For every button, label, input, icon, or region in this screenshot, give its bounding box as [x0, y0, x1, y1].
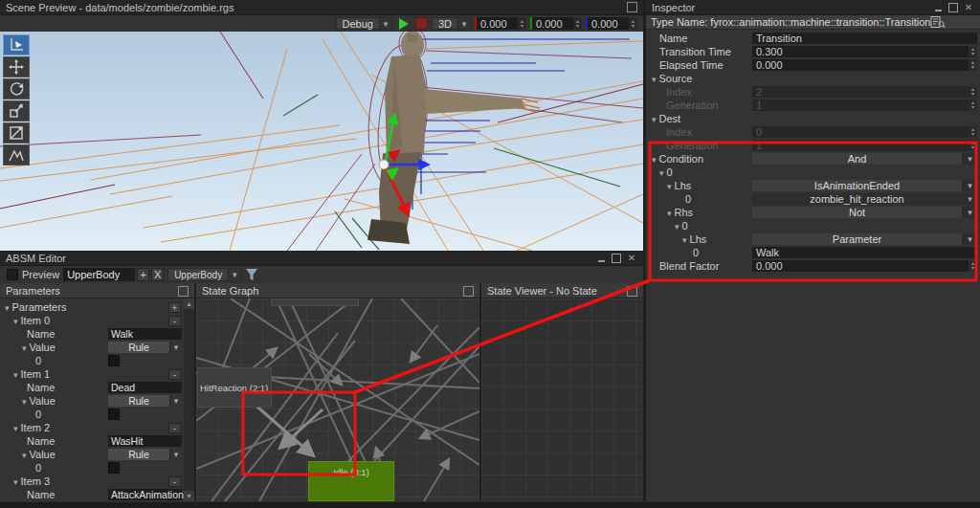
scene-preview-title: Scene Preview - data/models/zombie/zombi… — [6, 2, 234, 13]
source-expander[interactable]: Source — [652, 73, 692, 84]
chevron-down-icon[interactable] — [962, 180, 977, 191]
play-button[interactable] — [396, 17, 412, 30]
value-expander[interactable]: Value — [22, 449, 56, 460]
remove-item-button[interactable]: - — [168, 316, 181, 326]
param-name-field[interactable]: WasHit — [108, 435, 182, 447]
minimize-icon[interactable] — [932, 2, 944, 12]
param-type-dropdown[interactable]: Rule — [108, 395, 182, 407]
item-1-expander[interactable]: Item 1 — [13, 368, 50, 380]
state-graph-canvas[interactable]: HitReaction (2:1) Idle (0:1) — [196, 298, 479, 501]
minimize-icon[interactable] — [595, 253, 607, 263]
param-type-dropdown[interactable]: Rule — [108, 449, 182, 460]
close-icon[interactable] — [963, 2, 974, 12]
dock-icon[interactable] — [626, 2, 637, 12]
chevron-down-icon[interactable] — [169, 342, 182, 353]
state-node-partial[interactable] — [271, 298, 359, 306]
param-name-field[interactable]: AttackAnimation — [108, 489, 182, 500]
condition-type-dropdown[interactable]: And — [752, 153, 977, 165]
parameters-root[interactable]: Parameters — [5, 301, 66, 313]
terrain-tool-button[interactable] — [3, 144, 30, 166]
3d-viewport[interactable] — [0, 32, 643, 251]
parameters-scrollbar[interactable]: ▲ ▼ — [184, 298, 194, 501]
coordinate-y-field[interactable]: 0.000 — [530, 17, 582, 30]
blend-factor-field[interactable]: 0.000 — [752, 260, 977, 272]
item-2-expander[interactable]: Item 2 — [13, 422, 50, 433]
lhs-expander[interactable]: Lhs — [667, 180, 691, 191]
navmesh-tool-button[interactable] — [3, 122, 30, 144]
filter-icon[interactable] — [245, 268, 258, 282]
item-3-expander[interactable]: Item 3 — [13, 475, 50, 487]
spinner-icon[interactable] — [969, 260, 977, 272]
spinner-icon[interactable] — [969, 46, 977, 57]
layer-name-field[interactable]: UpperBody — [63, 268, 135, 281]
chevron-down-icon[interactable] — [962, 207, 977, 218]
value-expander[interactable]: Value — [22, 342, 56, 353]
find-object-icon[interactable] — [930, 16, 946, 28]
item-0-expander[interactable]: Item 0 — [13, 315, 50, 326]
coordinate-z-field[interactable]: 0.000 — [586, 17, 637, 30]
chevron-down-icon[interactable] — [962, 233, 977, 245]
stop-button[interactable] — [415, 17, 428, 30]
spinner-icon[interactable] — [629, 17, 637, 30]
name-field[interactable]: Transition — [752, 33, 977, 44]
debug-dropdown[interactable]: Debug — [336, 17, 392, 30]
chevron-down-icon[interactable] — [962, 153, 977, 165]
param-bool-checkbox[interactable] — [108, 355, 120, 366]
remove-item-button[interactable]: - — [168, 369, 181, 380]
chevron-down-icon[interactable] — [169, 449, 182, 460]
condition-expander[interactable]: Condition — [652, 153, 703, 165]
move-tool-button[interactable] — [3, 56, 30, 77]
chevron-down-icon[interactable] — [169, 395, 182, 407]
param-bool-checkbox[interactable] — [108, 462, 120, 474]
preview-checkbox[interactable] — [7, 269, 18, 280]
param-name-field[interactable]: Walk — [108, 328, 182, 340]
rhs-0-expander[interactable]: 0 — [675, 220, 688, 232]
rhs-type-dropdown[interactable]: Not — [752, 207, 977, 218]
param-name-field[interactable]: Dead — [108, 382, 182, 393]
panel-splitter[interactable] — [643, 0, 646, 501]
chevron-down-icon[interactable] — [962, 193, 977, 205]
spinner-icon[interactable] — [573, 17, 582, 30]
coordinate-x-field[interactable]: 0.000 — [475, 17, 526, 30]
dest-index-field: 0 — [752, 126, 977, 138]
param-bool-checkbox[interactable] — [108, 409, 120, 420]
condition-0-expander[interactable]: 0 — [659, 166, 673, 178]
rhs-lhs-expander[interactable]: Lhs — [682, 233, 706, 245]
rotate-tool-button[interactable] — [3, 78, 30, 99]
param-type-dropdown[interactable]: Rule — [108, 342, 182, 353]
select-tool-button[interactable] — [3, 34, 30, 55]
state-node-hitreaction[interactable]: HitReaction (2:1) — [197, 367, 272, 408]
parameter-type-dropdown[interactable]: Parameter — [752, 233, 977, 245]
state-viewer-canvas[interactable] — [481, 298, 643, 501]
spinner-icon[interactable] — [518, 17, 526, 30]
scroll-down-icon[interactable]: ▼ — [184, 491, 194, 501]
maximize-icon[interactable] — [611, 253, 622, 263]
lhs-type-dropdown[interactable]: IsAnimationEnded — [752, 180, 977, 191]
camera-mode-dropdown[interactable]: 3D — [432, 17, 471, 30]
add-parameter-button[interactable]: + — [168, 302, 181, 313]
transition-time-field[interactable]: 0.300 — [752, 46, 977, 57]
animation-select-dropdown[interactable]: zombie_hit_reaction — [752, 193, 977, 205]
remove-item-button[interactable]: - — [168, 476, 181, 487]
scale-tool-button[interactable] — [3, 100, 30, 121]
scroll-up-icon[interactable]: ▲ — [184, 298, 194, 309]
delete-layer-button[interactable]: X — [151, 268, 164, 281]
rhs-expander[interactable]: Rhs — [667, 207, 693, 218]
value-expander[interactable]: Value — [22, 395, 56, 407]
add-layer-button[interactable]: + — [137, 268, 149, 281]
elapsed-time-field[interactable]: 0.000 — [752, 59, 977, 71]
layer-select-dropdown[interactable]: UpperBody — [167, 268, 241, 281]
maximize-icon[interactable] — [947, 2, 959, 12]
state-node-idle[interactable]: Idle (0:1) — [308, 461, 394, 501]
parameter-name-field[interactable]: Walk — [752, 247, 977, 258]
chevron-down-icon[interactable] — [379, 18, 391, 29]
dock-icon[interactable] — [178, 286, 189, 297]
chevron-down-icon[interactable] — [457, 18, 470, 29]
dest-expander[interactable]: Dest — [652, 113, 680, 124]
spinner-icon[interactable] — [969, 59, 977, 71]
dock-icon[interactable] — [463, 286, 474, 297]
remove-item-button[interactable]: - — [168, 423, 181, 433]
chevron-down-icon[interactable] — [228, 269, 240, 280]
dock-icon[interactable] — [627, 286, 637, 297]
close-icon[interactable] — [626, 253, 637, 263]
